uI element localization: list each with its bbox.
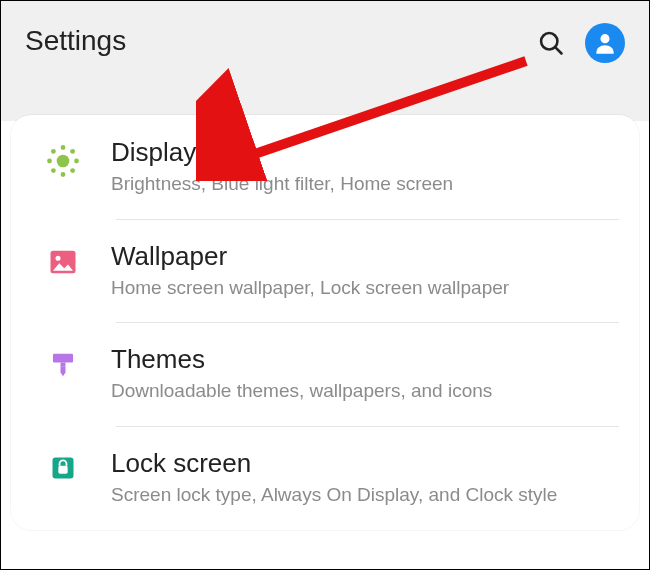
svg-line-1 [556,48,562,54]
settings-item-wallpaper[interactable]: Wallpaper Home screen wallpaper, Lock sc… [11,219,639,323]
settings-item-lock-screen[interactable]: Lock screen Screen lock type, Always On … [11,426,639,530]
search-icon [537,29,565,57]
svg-point-7 [74,159,79,164]
search-button[interactable] [535,27,567,59]
svg-point-13 [56,255,61,260]
settings-item-desc: Screen lock type, Always On Display, and… [111,483,615,508]
svg-point-8 [51,149,56,154]
header-actions [535,23,625,63]
page-title: Settings [25,25,126,57]
settings-item-title: Wallpaper [111,241,615,272]
svg-rect-17 [58,466,67,474]
settings-item-text: Display Brightness, Blue light filter, H… [111,137,615,197]
settings-item-desc: Brightness, Blue light filter, Home scre… [111,172,615,197]
settings-list: Display Brightness, Blue light filter, H… [11,115,639,530]
brush-icon [35,350,91,380]
settings-item-desc: Downloadable themes, wallpapers, and ico… [111,379,615,404]
lock-icon [35,454,91,482]
picture-icon [35,247,91,277]
svg-point-9 [70,149,75,154]
svg-point-2 [600,34,609,43]
settings-item-title: Display [111,137,615,168]
settings-item-text: Wallpaper Home screen wallpaper, Lock sc… [111,241,615,301]
settings-item-text: Lock screen Screen lock type, Always On … [111,448,615,508]
svg-rect-15 [61,363,66,367]
settings-item-text: Themes Downloadable themes, wallpapers, … [111,344,615,404]
svg-point-4 [61,145,66,150]
sun-icon [35,143,91,179]
svg-point-3 [57,155,70,168]
svg-point-11 [70,168,75,173]
svg-point-6 [47,159,52,164]
settings-item-themes[interactable]: Themes Downloadable themes, wallpapers, … [11,322,639,426]
settings-item-title: Lock screen [111,448,615,479]
person-icon [592,30,618,56]
settings-item-display[interactable]: Display Brightness, Blue light filter, H… [11,115,639,219]
account-avatar-button[interactable] [585,23,625,63]
svg-rect-14 [53,354,73,363]
svg-point-10 [51,168,56,173]
header: Settings [1,1,649,121]
svg-point-5 [61,172,66,177]
settings-item-title: Themes [111,344,615,375]
settings-item-desc: Home screen wallpaper, Lock screen wallp… [111,276,615,301]
